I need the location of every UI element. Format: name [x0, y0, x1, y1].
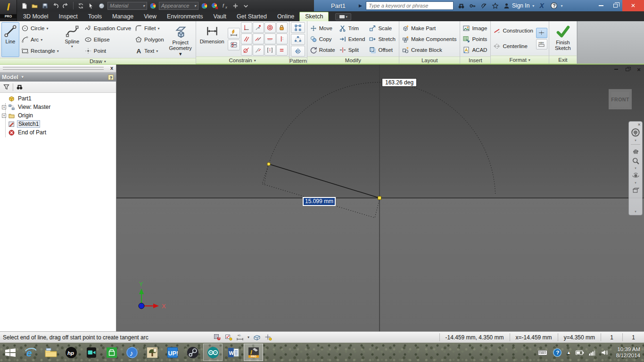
arc-button[interactable]: Arc▾ [20, 34, 61, 45]
tab-online[interactable]: Online [272, 12, 299, 21]
tree-item-end-of-part[interactable]: End of Part [0, 128, 116, 137]
appearance-dropdown[interactable]: Appearance▾ [159, 2, 198, 10]
doc-restore-icon[interactable] [624, 66, 631, 72]
symmetric-constraint-button[interactable] [264, 45, 276, 56]
tray-network-button[interactable] [588, 348, 597, 357]
qat-save-button[interactable] [41, 1, 50, 10]
key-button[interactable] [469, 2, 476, 9]
qat-material-ball-button[interactable] [97, 1, 106, 10]
navbar-close-icon[interactable]: ✕ [637, 123, 641, 127]
zoom-button[interactable] [632, 157, 640, 165]
concentric-constraint-button[interactable] [264, 22, 276, 33]
navigation-wheel-button[interactable] [631, 128, 640, 137]
material-dropdown[interactable]: Material▾ [107, 2, 147, 10]
image-button[interactable]: Image [462, 23, 489, 33]
look-at-button[interactable] [632, 186, 640, 194]
vertical-constraint-button[interactable] [276, 33, 288, 44]
finish-sketch-button[interactable]: FinishSketch [551, 22, 575, 55]
tree-item-part1[interactable]: Part1 [0, 94, 116, 103]
browser-grip-bar[interactable]: x [0, 65, 116, 73]
panel-layout-label[interactable]: Layout [399, 57, 460, 64]
sign-in-button[interactable]: Sign In▾ [503, 2, 534, 9]
qat-undo-button[interactable] [51, 1, 60, 10]
fillet-button[interactable]: Fillet▾ [134, 23, 166, 34]
tab-environments[interactable]: Environments [162, 12, 208, 21]
doc-minimize-icon[interactable] [613, 66, 619, 72]
search-input[interactable] [366, 1, 454, 10]
qat-chevron-button[interactable] [241, 1, 250, 10]
browser-header[interactable]: Model ▼ ? [0, 73, 116, 82]
view-cube[interactable]: FRONT [609, 89, 632, 109]
length-input-field[interactable]: 15.099 mm [302, 197, 336, 206]
snap-grid-button[interactable] [214, 334, 221, 341]
tangent-constraint-button[interactable] [241, 45, 252, 56]
panel-constrain-label[interactable]: Constrain▾ [196, 57, 289, 64]
equation-curve-button[interactable]: fxEquation Curve [83, 23, 133, 34]
dimension-button[interactable]: Dimension [198, 22, 227, 56]
tab-vault[interactable]: Vault [208, 12, 232, 21]
smooth-constraint-button[interactable] [253, 45, 264, 56]
panel-exit-label[interactable]: Exit [549, 56, 577, 64]
orbit-button[interactable] [632, 172, 640, 180]
taskbar-arduino-button[interactable] [203, 344, 223, 361]
title-expand-icon[interactable]: ▶ [359, 3, 362, 8]
ribbon-display-toggle[interactable]: ▾ [335, 13, 351, 20]
tree-item-view-master[interactable]: +View: Master [0, 103, 116, 111]
text-button[interactable]: AText▾ [134, 46, 166, 57]
stretch-button[interactable]: Stretch [368, 33, 397, 44]
rectangle-button[interactable]: Rectangle▾ [20, 46, 61, 57]
taskbar-inventor-button[interactable]: IPRO [244, 344, 263, 361]
tree-item-sketch1[interactable]: Sketch1 [0, 120, 116, 128]
tray-keyboard-button[interactable] [537, 347, 548, 358]
restore-button[interactable] [608, 0, 622, 11]
exchange-apps-button[interactable]: X [538, 2, 546, 9]
taskbar-file-explorer-button[interactable] [41, 344, 60, 361]
centerline-button[interactable]: Centerline [492, 41, 535, 52]
tree-item-origin[interactable]: +Origin [0, 111, 116, 120]
rotate-button[interactable]: Rotate [309, 44, 337, 55]
box3d-button[interactable] [253, 334, 261, 341]
taskbar-up-app-button[interactable]: UP! [163, 344, 182, 361]
help-button[interactable]: ?▾ [550, 2, 562, 9]
point-button[interactable]: Point [83, 46, 133, 57]
project-geometry-button[interactable]: ProjectGeometry ▾ [167, 22, 194, 57]
panel-modify-label[interactable]: Modify [307, 57, 399, 64]
expand-icon[interactable]: + [2, 114, 6, 118]
qat-update-button[interactable] [76, 1, 85, 10]
tab-tools[interactable]: Tools [83, 12, 107, 21]
rectangular-pattern-button[interactable] [291, 22, 305, 33]
constraint-toggle-button[interactable] [225, 334, 232, 341]
app-logo[interactable]: I PRO [0, 0, 17, 21]
ellipse-button[interactable]: Ellipse [83, 34, 133, 45]
star-button[interactable] [492, 2, 499, 9]
show-hidden-icons[interactable]: ▲ [567, 350, 571, 355]
collinear-constraint-button[interactable] [253, 33, 264, 44]
point-style-toggle[interactable] [536, 28, 547, 38]
qat-select-button[interactable] [87, 1, 96, 10]
tab-3d-model[interactable]: 3D Model [18, 12, 54, 21]
copy-button[interactable]: Copy [309, 33, 337, 44]
tray-battery-button[interactable] [575, 348, 585, 357]
browser-find-button[interactable] [16, 83, 23, 90]
move-button[interactable]: Move [309, 23, 337, 33]
taskbar-start-button[interactable] [0, 344, 20, 361]
split-button[interactable]: Split [338, 44, 367, 55]
tray-volume-button[interactable] [601, 348, 610, 357]
dim-style-toggle[interactable]: H8H [536, 39, 547, 49]
close-button[interactable]: ✕ [622, 0, 644, 11]
trim-button[interactable]: Trim [338, 23, 367, 33]
graphics-window[interactable]: XY × FRONT ✕▾▾▾▾ 163.26 deg 15.099 mm [116, 65, 644, 331]
panel-insert-label[interactable]: Insert [460, 57, 490, 64]
expand-icon[interactable]: + [2, 105, 6, 109]
qat-redo-button[interactable] [61, 1, 70, 10]
qat-fx-button[interactable]: fx [221, 1, 230, 10]
create-block-button[interactable]: Create Block [401, 44, 459, 55]
length-input-value[interactable]: 15.099 mm [304, 198, 335, 205]
taskbar-hp-button[interactable]: hp [61, 344, 81, 361]
panel-draw-label[interactable]: Draw▾ [0, 58, 196, 64]
make-part-button[interactable]: Make Part [401, 23, 459, 33]
minimize-button[interactable] [594, 0, 608, 11]
lock-constraint-button[interactable] [276, 22, 288, 33]
make-components-button[interactable]: Make Components [401, 33, 459, 44]
pan-button[interactable] [632, 147, 640, 155]
